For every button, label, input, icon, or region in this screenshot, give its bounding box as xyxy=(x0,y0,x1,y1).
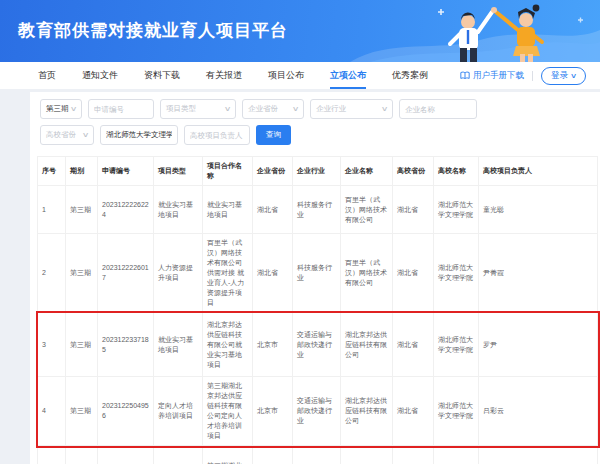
table-cell: 2 xyxy=(38,234,66,313)
company-province-select[interactable]: 企业省份 ∨ xyxy=(242,99,304,119)
project-type-placeholder: 项目类型 xyxy=(166,104,196,114)
table-cell: 2023122504956 xyxy=(98,377,154,446)
manual-download-label: 用户手册下载 xyxy=(473,70,524,82)
nav-items: 首页通知文件资料下载有关报道项目公布立项公布优秀案例 xyxy=(38,62,460,89)
search-button[interactable]: 查询 xyxy=(256,125,291,145)
project-type-select[interactable]: 项目类型 ∨ xyxy=(160,99,236,119)
table-cell: 湖北师范大学文理学院 xyxy=(434,186,479,234)
table-row: 1第三期2023122226224就业实习基地项目就业实习基地项目湖北省科技服务… xyxy=(38,186,598,234)
table-cell: 3 xyxy=(38,313,66,377)
chevron-down-icon: ∨ xyxy=(224,105,232,113)
content-panel: 第三期 ∨ 项目类型 ∨ 企业省份 ∨ 企业行业 ∨ 高校省份 ∨ xyxy=(30,92,600,464)
table-cell: 湖北省 xyxy=(253,186,293,234)
chevron-down-icon: ∨ xyxy=(570,72,577,79)
table-cell: 2023122337185 xyxy=(98,313,154,377)
table-row: 4第三期2023122504956定向人才培养培训项目第三期湖北京邦达供应链科技… xyxy=(38,377,598,446)
company-name-input[interactable] xyxy=(399,99,477,119)
company-industry-select[interactable]: 企业行业 ∨ xyxy=(310,99,393,119)
table-cell: 第三期 xyxy=(66,377,98,446)
column-header: 企业名称 xyxy=(341,157,393,186)
header-illustration xyxy=(350,0,600,62)
table-cell: 第三期 xyxy=(66,234,98,313)
table-cell: 第三期 xyxy=(66,313,98,377)
table-cell: 就业实习基地项目 xyxy=(203,186,253,234)
school-province-select[interactable]: 高校省份 ∨ xyxy=(40,125,94,145)
table-cell: 北京市 xyxy=(253,446,293,464)
column-header: 项目合作名称 xyxy=(203,157,253,186)
filter-row-1: 第三期 ∨ 项目类型 ∨ 企业省份 ∨ 企业行业 ∨ xyxy=(40,99,597,119)
table-row: 5第三期2023122250083重点群体就业项目第三期湖北京邦达供应链科技有限… xyxy=(38,446,598,464)
table-cell: 人力资源提升项目 xyxy=(154,234,203,313)
company-industry-placeholder: 企业行业 xyxy=(316,104,346,114)
table-cell: 湖北京邦达供应链科技有限公司 xyxy=(341,377,393,446)
table-cell: 第三期湖北京邦达供应链科技有限公司定向人才培养培训项目 xyxy=(203,377,253,446)
nav-item-2[interactable]: 资料下载 xyxy=(144,62,180,89)
nav-item-1[interactable]: 通知文件 xyxy=(82,62,118,89)
table-cell: 2023122226017 xyxy=(98,234,154,313)
table-cell: 交通运输与邮政快递行业 xyxy=(293,313,341,377)
nav-item-3[interactable]: 有关报道 xyxy=(206,62,242,89)
nav-item-0[interactable]: 首页 xyxy=(38,62,56,89)
login-label: 登录 xyxy=(551,70,568,82)
table-cell: 就业实习基地项目 xyxy=(154,186,203,234)
table-cell: 百里半（武汉）网络技术有限公司 xyxy=(341,186,393,234)
chevron-down-icon: ∨ xyxy=(381,105,389,113)
filter-row-2: 高校省份 ∨ 查询 xyxy=(40,125,597,145)
book-icon xyxy=(460,71,470,80)
table-cell: 罗尹 xyxy=(479,313,598,377)
table-cell: 科技服务行业 xyxy=(293,234,341,313)
column-header: 高校项目负责人 xyxy=(479,157,598,186)
table-cell: 湖北京邦达供应链科技有限公司 xyxy=(341,313,393,377)
nav-right: 用户手册下载 登录 ∨ xyxy=(460,67,586,85)
table-cell: 湖北省 xyxy=(393,234,434,313)
column-header: 期别 xyxy=(66,157,98,186)
main-nav: 首页通知文件资料下载有关报道项目公布立项公布优秀案例 用户手册下载 登录 ∨ xyxy=(0,62,600,89)
school-leader-input[interactable] xyxy=(184,125,250,145)
table-cell: 重点群体就业项目 xyxy=(154,446,203,464)
app-header: 教育部供需对接就业育人项目平台 xyxy=(0,0,600,62)
chevron-down-icon: ∨ xyxy=(82,131,90,139)
table-cell: 湖北师范大学文理学院 xyxy=(434,313,479,377)
table-cell: 定向人才培养培训项目 xyxy=(154,377,203,446)
column-header: 序号 xyxy=(38,157,66,186)
table-cell: 交通运输与邮政快递行业 xyxy=(293,377,341,446)
table-cell: 1 xyxy=(38,186,66,234)
table-row: 2第三期2023122226017人力资源提升项目百里半（武汉）网络技术有限公司… xyxy=(38,234,598,313)
table-cell: 第三期湖北京邦达供应链科技有限公司供需对接就业育人项目 xyxy=(203,446,253,464)
nav-divider xyxy=(532,71,533,81)
table-cell: 5 xyxy=(38,446,66,464)
nav-item-6[interactable]: 优秀案例 xyxy=(392,62,428,89)
period-select[interactable]: 第三期 ∨ xyxy=(40,99,82,119)
chevron-down-icon: ∨ xyxy=(70,105,78,113)
table-cell: 湖北省 xyxy=(393,313,434,377)
table-cell: 湖北师范大学文理学院 xyxy=(434,446,479,464)
table-cell: 交通运输与邮政快递行业 xyxy=(293,446,341,464)
table-cell: 北京市 xyxy=(253,377,293,446)
column-header: 高校省份 xyxy=(393,157,434,186)
table-cell: 甘伟 xyxy=(479,446,598,464)
application-no-input[interactable] xyxy=(88,99,154,119)
manual-download-link[interactable]: 用户手册下载 xyxy=(460,70,524,82)
table-cell: 湖北省 xyxy=(393,446,434,464)
login-button[interactable]: 登录 ∨ xyxy=(541,67,586,85)
table-cell: 科技服务行业 xyxy=(293,186,341,234)
table-cell: 百里半（武汉）网络技术有限公司供需对接 就业育人-人力资源提升项目 xyxy=(203,234,253,313)
nav-item-4[interactable]: 项目公布 xyxy=(268,62,304,89)
period-select-value: 第三期 xyxy=(46,104,69,114)
table-cell: 尹菁霞 xyxy=(479,234,598,313)
projects-table: 序号期别申请编号项目类型项目合作名称企业省份企业行业企业名称高校省份高校名称高校… xyxy=(37,156,598,464)
school-province-placeholder: 高校省份 xyxy=(46,130,76,140)
table-cell: 湖北京邦达供应链科技有限公司就业实习基地项目 xyxy=(203,313,253,377)
column-header: 企业省份 xyxy=(253,157,293,186)
app-title: 教育部供需对接就业育人项目平台 xyxy=(18,19,288,42)
nav-item-5[interactable]: 立项公布 xyxy=(330,62,366,89)
company-province-placeholder: 企业省份 xyxy=(248,104,278,114)
table-cell: 湖北省 xyxy=(393,377,434,446)
table-cell: 北京市 xyxy=(253,313,293,377)
table-cell: 第三期 xyxy=(66,446,98,464)
table-cell: 就业实习基地项目 xyxy=(154,313,203,377)
column-header: 企业行业 xyxy=(293,157,341,186)
table-cell: 吕彩云 xyxy=(479,377,598,446)
school-name-input[interactable] xyxy=(100,125,178,145)
column-header: 项目类型 xyxy=(154,157,203,186)
